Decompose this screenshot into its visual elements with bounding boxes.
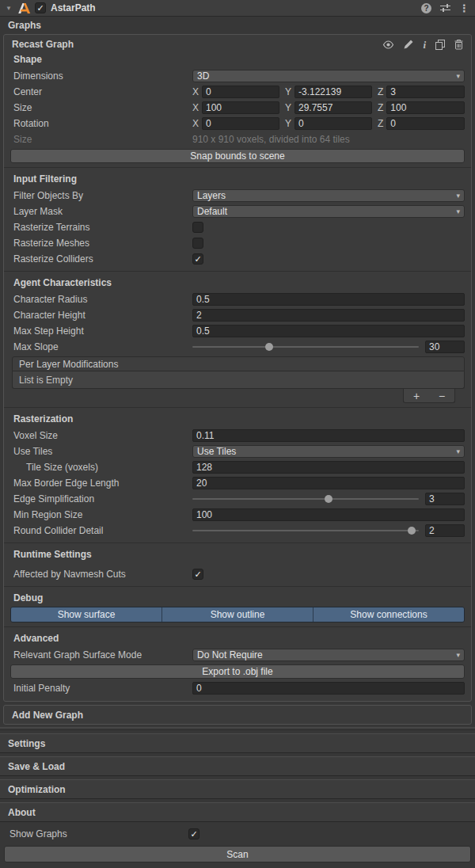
edge-simplification-field[interactable]: 3 (425, 493, 465, 505)
initial-penalty-value: 0 (196, 683, 202, 694)
agent-characteristics-heading: Agent Characteristics (4, 276, 471, 290)
show-connections-label: Show connections (350, 609, 427, 620)
character-height-field[interactable]: 2 (192, 309, 465, 322)
add-item-button[interactable]: + (406, 390, 427, 402)
check-icon: ✓ (190, 830, 197, 839)
show-surface-button[interactable]: Show surface (11, 607, 162, 622)
axis-z-label: Z (378, 86, 383, 97)
voxel-size-label: Voxel Size (13, 430, 192, 441)
list-footer: + − (403, 389, 455, 403)
min-region-size-field[interactable]: 100 (192, 508, 465, 521)
show-outline-button[interactable]: Show outline (162, 607, 313, 622)
surface-mode-dropdown[interactable]: Do Not Require ▾ (192, 649, 465, 661)
max-slope-slider[interactable] (192, 341, 419, 353)
rotation-label: Rotation (13, 118, 192, 129)
runtime-settings-heading: Runtime Settings (4, 547, 471, 562)
show-graphs-row: Show Graphs ✓ (0, 826, 475, 842)
rasterize-terrains-checkbox[interactable] (192, 222, 203, 233)
max-slope-label: Max Slope (13, 341, 192, 352)
component-header: ▼ ✓ AstarPath ? ⋮ (0, 0, 475, 17)
max-step-height-field[interactable]: 0.5 (192, 325, 465, 337)
center-z-field[interactable]: 3 (386, 86, 465, 98)
remove-item-button[interactable]: − (431, 390, 452, 402)
axis-y-label: Y (285, 86, 291, 97)
foldout-arrow-icon[interactable]: ▼ (6, 5, 17, 12)
rotation-x-field[interactable]: 0 (202, 117, 279, 130)
per-layer-modifications-title: Per Layer Modifications (19, 359, 118, 370)
slider-track[interactable] (192, 498, 419, 500)
axis-x-label: X (192, 118, 199, 129)
about-label: About (8, 807, 36, 818)
component-enabled-checkbox[interactable]: ✓ (35, 2, 46, 13)
round-collider-detail-slider[interactable] (192, 524, 419, 537)
add-new-graph-bar[interactable]: Add New Graph (3, 705, 472, 725)
filter-objects-by-dropdown[interactable]: Layers ▾ (192, 189, 465, 202)
filter-objects-by-value: Layers (197, 190, 226, 201)
slider-handle[interactable] (265, 343, 273, 351)
center-x-field[interactable]: 0 (202, 86, 279, 98)
use-tiles-dropdown[interactable]: Use Tiles ▾ (192, 445, 465, 458)
eye-icon[interactable] (382, 40, 394, 49)
slider-track[interactable] (192, 530, 419, 531)
graph-header[interactable]: Recast Graph i (4, 35, 471, 52)
slider-track[interactable] (192, 346, 419, 348)
rotation-z-field[interactable]: 0 (386, 117, 465, 130)
max-border-edge-length-row: Max Border Edge Length 20 (4, 475, 471, 491)
axis-y-label: Y (285, 118, 291, 129)
size-y-value: 29.7557 (298, 102, 332, 113)
dimensions-dropdown[interactable]: 3D ▾ (192, 70, 465, 82)
section-about[interactable]: About (0, 802, 475, 822)
slider-handle[interactable] (408, 527, 416, 535)
section-optimization[interactable]: Optimization (0, 779, 475, 799)
info-icon[interactable]: i (423, 40, 426, 50)
max-slope-field[interactable]: 30 (425, 341, 465, 353)
per-layer-modifications-header[interactable]: Per Layer Modifications (12, 356, 465, 371)
trash-icon[interactable] (454, 40, 463, 50)
size-z-value: 100 (390, 102, 406, 113)
astar-logo-icon (17, 2, 31, 14)
tile-size-value: 128 (196, 462, 212, 473)
scan-button[interactable]: Scan (4, 846, 471, 862)
rotation-y-field[interactable]: 0 (294, 117, 372, 130)
export-obj-button[interactable]: Export to .obj file (10, 664, 465, 679)
presets-icon[interactable] (440, 3, 450, 13)
voxel-size-field[interactable]: 0.11 (192, 429, 465, 442)
max-step-height-row: Max Step Height 0.5 (4, 323, 471, 339)
center-y-field[interactable]: -3.122139 (294, 86, 372, 98)
slider-handle[interactable] (325, 495, 332, 503)
size-z-field[interactable]: 100 (386, 101, 465, 114)
rasterize-meshes-checkbox[interactable] (192, 238, 203, 249)
edge-simplification-value: 3 (429, 493, 435, 504)
dimensions-value: 3D (197, 70, 209, 82)
duplicate-icon[interactable] (435, 40, 445, 50)
edge-simplification-slider[interactable] (192, 493, 419, 505)
show-connections-button[interactable]: Show connections (313, 607, 464, 622)
chevron-down-icon: ▾ (456, 652, 460, 659)
tile-size-field[interactable]: 128 (192, 461, 465, 474)
layer-mask-dropdown[interactable]: Default ▾ (192, 205, 465, 218)
affected-by-navmesh-cuts-checkbox[interactable]: ✓ (192, 569, 203, 580)
center-y-value: -3.122139 (298, 86, 341, 97)
size-y-field[interactable]: 29.7557 (294, 101, 372, 114)
pencil-icon[interactable] (404, 40, 413, 49)
character-height-label: Character Height (13, 310, 192, 321)
max-border-edge-length-field[interactable]: 20 (192, 477, 465, 489)
section-save-load[interactable]: Save & Load (0, 756, 475, 776)
round-collider-detail-field[interactable]: 2 (425, 524, 465, 537)
rasterize-colliders-checkbox[interactable]: ✓ (192, 253, 203, 265)
section-settings[interactable]: Settings (0, 733, 475, 753)
graphs-section-label: Graphs (0, 17, 475, 34)
rotation-row: Rotation X0 Y0 Z0 (4, 116, 471, 131)
size-x-field[interactable]: 100 (202, 101, 279, 114)
character-radius-field[interactable]: 0.5 (192, 293, 465, 306)
initial-penalty-field[interactable]: 0 (192, 682, 465, 695)
kebab-menu-icon[interactable]: ⋮ (459, 3, 469, 13)
debug-button-group: Show surface Show outline Show connectio… (10, 607, 465, 622)
check-icon: ✓ (194, 255, 201, 264)
help-icon[interactable]: ? (421, 3, 431, 13)
rasterize-meshes-row: Rasterize Meshes (4, 235, 471, 251)
show-graphs-checkbox[interactable]: ✓ (188, 828, 200, 839)
edge-simplification-row: Edge Simplification 3 (4, 491, 471, 507)
snap-bounds-button[interactable]: Snap bounds to scene (10, 149, 465, 163)
rasterize-colliders-row: Rasterize Colliders ✓ (4, 251, 471, 267)
